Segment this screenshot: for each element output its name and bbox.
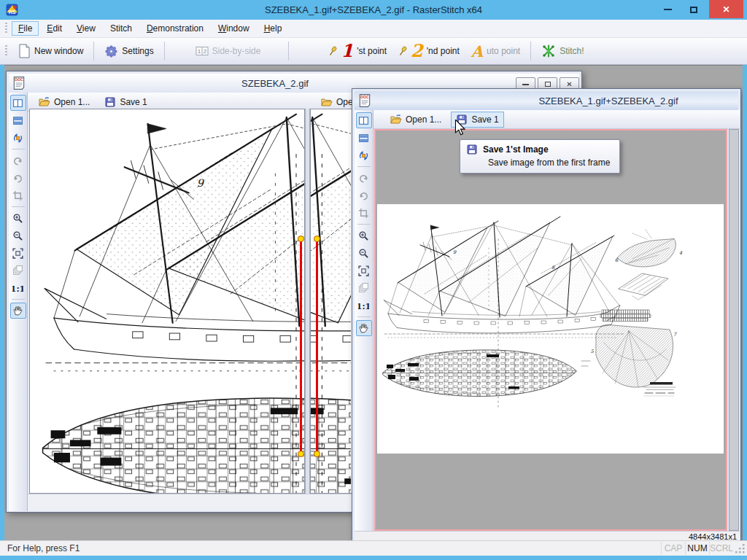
zoom-out-button[interactable] — [10, 228, 26, 244]
vertical-split-button[interactable] — [10, 95, 26, 111]
rotate-left-icon — [358, 173, 369, 184]
pane-splitter[interactable] — [305, 109, 310, 494]
menu-iew[interactable]: View — [70, 21, 102, 36]
vertical-scrollbar[interactable] — [729, 129, 739, 531]
menu-elp[interactable]: Help — [258, 21, 289, 36]
new-window-button[interactable]: New window — [12, 41, 89, 61]
open-first-button[interactable]: Open 1... — [34, 94, 95, 110]
save-first-button[interactable]: Save 1 — [99, 94, 152, 110]
menubar-grip[interactable] — [5, 23, 7, 34]
crop-icon — [358, 208, 369, 219]
open-first-button[interactable]: Open 1... — [385, 112, 446, 128]
stitch-point-1-top[interactable] — [298, 236, 304, 242]
vertical-split-icon — [358, 115, 369, 126]
result-status-strip: 4844x3481x1 — [355, 531, 740, 540]
maximize-button[interactable] — [681, 0, 706, 19]
menu-stitch[interactable]: Stitch — [104, 21, 139, 36]
svg-text:DOC: DOC — [15, 77, 23, 82]
szebeka2-tool-palette: 1:1 — [9, 93, 28, 511]
crop-button — [356, 205, 372, 221]
horizontal-split-icon — [12, 115, 23, 126]
save-tooltip: Save 1'st Image Save image from the firs… — [460, 139, 620, 174]
fit-to-window-icon — [12, 248, 23, 259]
open-second-button[interactable]: Open 1... — [316, 94, 354, 110]
vertical-split-button[interactable] — [356, 112, 372, 128]
num-lock-indicator: NUM — [685, 542, 709, 555]
zoom-in-button[interactable] — [10, 210, 26, 226]
menu-emonstration[interactable]: Demonstration — [140, 21, 210, 36]
stitch-point-2-bottom[interactable] — [314, 451, 320, 457]
svg-text:2: 2 — [203, 48, 206, 55]
ship-drawing-stitched — [377, 204, 724, 454]
menu-dit[interactable]: Edit — [40, 21, 69, 36]
side-by-side-button[interactable]: 1 2 Side-by-side — [190, 43, 267, 59]
document-icon: DOC — [357, 93, 372, 108]
second-point-button[interactable]: 2 'nd point — [392, 40, 465, 62]
horizontal-split-icon — [358, 133, 369, 144]
rotate-left-icon — [12, 155, 23, 166]
crop-icon — [12, 190, 23, 201]
application-window: RS SZEBEKA_1.gif+SZEBEKA_2.gif - RasterS… — [0, 0, 747, 560]
window-stitched-result[interactable]: DOC SZEBEKA_1.gif+SZEBEKA_2.gif 1:1 Open… — [352, 88, 741, 540]
first-point-button[interactable]: 1 'st point — [322, 40, 392, 62]
side-by-side-label: Side-by-side — [212, 46, 261, 56]
zoom-in-icon — [12, 213, 23, 224]
menu-items: FileEditViewStitchDemonstrationWindowHel… — [12, 21, 290, 36]
tooltip-description: Save image from the first frame — [488, 158, 614, 168]
settings-button[interactable]: Settings — [98, 42, 159, 61]
caps-lock-indicator: CAP — [661, 542, 685, 555]
result-titlebar[interactable]: DOC SZEBEKA_1.gif+SZEBEKA_2.gif — [355, 91, 738, 110]
stitched-image[interactable] — [377, 204, 724, 454]
image-pane-left[interactable] — [29, 109, 305, 494]
stitch-point-1-bottom[interactable] — [298, 451, 304, 457]
pan-hand-button[interactable] — [10, 303, 26, 319]
actual-size-button[interactable]: 1:1 — [356, 298, 372, 314]
stitch-point-2-top[interactable] — [314, 236, 320, 242]
open-folder-icon — [390, 114, 402, 125]
svg-text:1:1: 1:1 — [12, 283, 23, 293]
minimize-icon — [522, 84, 529, 85]
mouse-cursor — [454, 120, 465, 136]
menubar: FileEditViewStitchDemonstrationWindowHel… — [0, 20, 747, 38]
svg-text:1:1: 1:1 — [358, 300, 369, 311]
second-point-label: 'nd point — [427, 46, 460, 56]
fit-to-window-button[interactable] — [356, 262, 372, 279]
menu-indow[interactable]: Window — [212, 21, 256, 36]
toolbar-grip[interactable] — [5, 45, 7, 57]
close-button[interactable]: ✕ — [709, 0, 743, 18]
svg-text:1: 1 — [197, 48, 201, 55]
open-folder-icon — [39, 96, 50, 108]
palette-separator — [357, 166, 371, 167]
rotate-right-button — [356, 187, 372, 203]
fit-to-window-button[interactable] — [10, 245, 26, 261]
stitch-icon — [541, 44, 556, 58]
menu-ile[interactable]: File — [12, 21, 39, 36]
result-title: SZEBEKA_1.gif+SZEBEKA_2.gif — [479, 96, 738, 106]
stitch-line-1 — [300, 238, 302, 454]
pan-hand-button[interactable] — [356, 320, 372, 336]
stitch-button[interactable]: Stitch! — [535, 41, 589, 61]
swap-images-button[interactable] — [10, 130, 26, 146]
gear-icon — [104, 44, 118, 58]
image-size-info: 4844x3481x1 — [689, 532, 737, 540]
toolbar-separator — [164, 42, 165, 61]
stitch-label: Stitch! — [560, 46, 584, 56]
pan-hand-icon — [358, 323, 369, 334]
horizontal-split-button[interactable] — [10, 112, 26, 128]
cascade-pages-icon — [358, 283, 369, 294]
swap-images-icon — [12, 133, 23, 144]
zoom-in-button[interactable] — [356, 228, 372, 244]
new-window-label: New window — [34, 46, 83, 56]
swap-images-button[interactable] — [356, 147, 372, 163]
actual-size-icon: 1:1 — [12, 283, 23, 294]
vertical-split-icon — [12, 98, 23, 109]
szebeka2-title: SZEBEKA_2.gif — [38, 78, 512, 89]
auto-point-button[interactable]: A uto point — [465, 39, 526, 63]
resize-grip[interactable] — [733, 542, 746, 555]
actual-size-button[interactable]: 1:1 — [10, 280, 26, 296]
result-tool-palette: 1:1 — [355, 110, 374, 540]
zoom-out-button[interactable] — [356, 245, 372, 261]
horizontal-split-button[interactable] — [356, 130, 372, 146]
minimize-button[interactable] — [655, 0, 680, 19]
palette-separator — [357, 224, 371, 225]
